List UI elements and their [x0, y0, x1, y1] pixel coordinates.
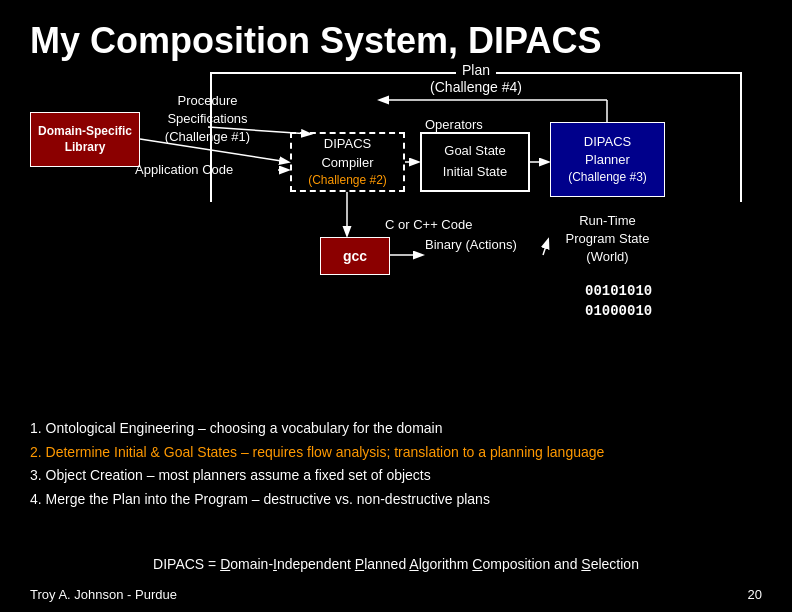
domain-line1: Domain-Specific	[38, 124, 132, 140]
domain-box: Domain-Specific Library	[30, 112, 140, 167]
proc-line3: (Challenge #1)	[150, 128, 265, 146]
gcc-label: gcc	[343, 248, 367, 264]
planner-line1: DIPACS	[584, 133, 631, 151]
goal-state-box: Goal State Initial State	[420, 132, 530, 192]
compiler-line3: (Challenge #2)	[308, 172, 387, 189]
bottom-text: 1. Ontological Engineering – choosing a …	[30, 417, 762, 512]
svg-line-9	[543, 240, 548, 255]
binary-line2: 01000010	[585, 302, 652, 322]
runtime-line1: Run-Time	[550, 212, 665, 230]
footer-page: 20	[748, 587, 762, 602]
binary-code: 00101010 01000010	[585, 282, 652, 321]
runtime-line3: (World)	[550, 248, 665, 266]
planner-line3: (Challenge #3)	[568, 169, 647, 186]
list-item-3: 3. Object Creation – most planners assum…	[30, 464, 762, 488]
list-item-1: 1. Ontological Engineering – choosing a …	[30, 417, 762, 441]
cpp-label: C or C++ Code	[385, 217, 472, 232]
footer: Troy A. Johnson - Purdue 20	[30, 587, 762, 602]
list-item-2: 2. Determine Initial & Goal States – req…	[30, 441, 762, 465]
diagram-area: Plan (Challenge #4) Domain-Specific Libr…	[30, 72, 762, 372]
runtime-line2: Program State	[550, 230, 665, 248]
goal-state-label: Goal State	[444, 141, 505, 162]
planner-line2: Planner	[585, 151, 630, 169]
proc-line2: Specifications	[150, 110, 265, 128]
operators-label: Operators	[425, 117, 483, 132]
initial-state-label: Initial State	[443, 162, 507, 183]
slide-title: My Composition System, DIPACS	[30, 20, 762, 62]
domain-line2: Library	[65, 140, 106, 156]
proc-line1: Procedure	[150, 92, 265, 110]
slide: My Composition System, DIPACS Plan (Chal…	[0, 0, 792, 612]
dipacs-definition: DIPACS = Domain-Independent Planned Algo…	[30, 556, 762, 572]
gcc-box: gcc	[320, 237, 390, 275]
compiler-line2: Compiler	[321, 154, 373, 172]
plan-label: Plan	[456, 62, 496, 78]
proc-box: Procedure Specifications (Challenge #1)	[150, 92, 265, 147]
planner-box: DIPACS Planner (Challenge #3)	[550, 122, 665, 197]
runtime-box: Run-Time Program State (World)	[550, 212, 665, 267]
compiler-line1: DIPACS	[324, 135, 371, 153]
footer-author: Troy A. Johnson - Purdue	[30, 587, 177, 602]
app-code-label: Application Code	[135, 162, 233, 177]
dipacs-def-text: DIPACS = Domain-Independent Planned Algo…	[153, 556, 639, 572]
binary-label: Binary (Actions)	[425, 237, 517, 252]
challenge4-label: (Challenge #4)	[430, 79, 522, 95]
compiler-box: DIPACS Compiler (Challenge #2)	[290, 132, 405, 192]
binary-line1: 00101010	[585, 282, 652, 302]
list-item-4: 4. Merge the Plan into the Program – des…	[30, 488, 762, 512]
